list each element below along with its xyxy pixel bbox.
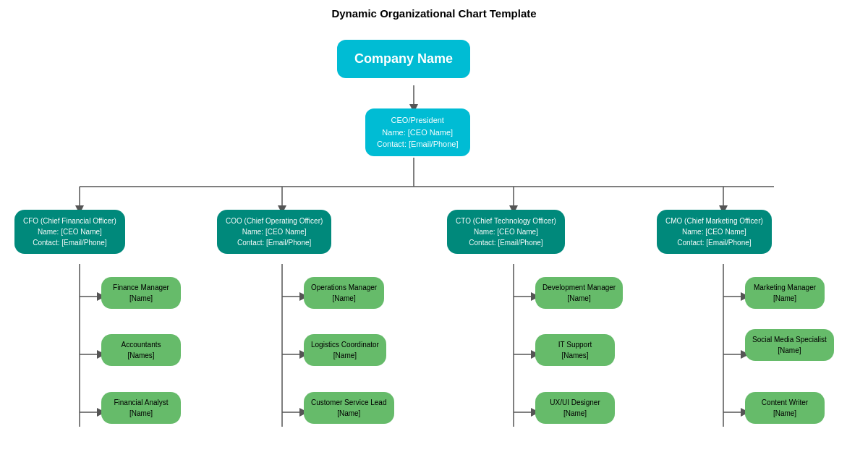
cto-report-1: Development Manager[Name] <box>535 277 623 309</box>
chart-wrapper: Dynamic Organizational Chart Template <box>0 0 868 473</box>
cfo-node: CFO (Chief Financial Officer) Name: [CEO… <box>14 210 125 254</box>
cto-node: CTO (Chief Technology Officer) Name: [CE… <box>447 210 565 254</box>
company-node: Company Name <box>337 40 470 78</box>
cto-report-2: IT Support[Names] <box>535 334 615 366</box>
chart-title: Dynamic Organizational Chart Template <box>0 7 868 20</box>
cmo-report-2: Social Media Specialist[Name] <box>745 329 834 361</box>
ceo-node: CEO/President Name: [CEO Name] Contact: … <box>365 108 470 156</box>
coo-report-3: Customer Service Lead[Name] <box>304 392 394 424</box>
coo-report-2: Logistics Coordinator[Name] <box>304 334 386 366</box>
coo-report-1: Operations Manager[Name] <box>304 277 384 309</box>
cto-label: CTO (Chief Technology Officer) Name: [CE… <box>447 210 565 254</box>
coo-node: COO (Chief Operating Officer) Name: [CEO… <box>217 210 331 254</box>
cmo-label: CMO (Chief Marketing Officer) Name: [CEO… <box>657 210 772 254</box>
cfo-report-1: Finance Manager[Name] <box>101 277 181 309</box>
cmo-node: CMO (Chief Marketing Officer) Name: [CEO… <box>657 210 772 254</box>
cto-report-3: UX/UI Designer[Name] <box>535 392 615 424</box>
cmo-report-1: Marketing Manager[Name] <box>745 277 825 309</box>
coo-label: COO (Chief Operating Officer) Name: [CEO… <box>217 210 331 254</box>
cfo-report-2: Accountants[Names] <box>101 334 181 366</box>
cmo-report-3: Content Writer[Name] <box>745 392 825 424</box>
ceo-label: CEO/President Name: [CEO Name] Contact: … <box>365 108 470 156</box>
company-name-label: Company Name <box>337 40 470 78</box>
cfo-label: CFO (Chief Financial Officer) Name: [CEO… <box>14 210 125 254</box>
cfo-report-3: Financial Analyst[Name] <box>101 392 181 424</box>
